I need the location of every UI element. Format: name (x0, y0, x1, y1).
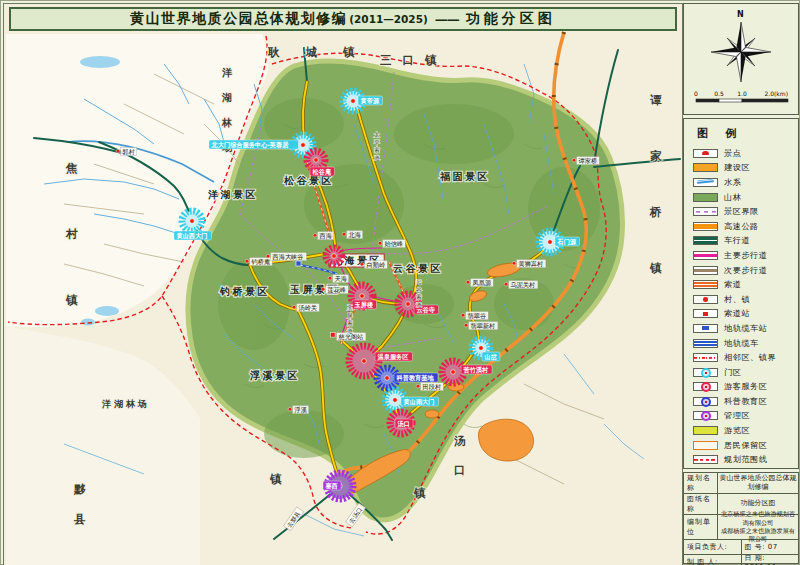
village-dot-icon[interactable] (245, 259, 249, 263)
village-dot-icon[interactable] (328, 276, 332, 280)
village-dot-icon[interactable] (416, 384, 420, 388)
legend-item-label: 景点 (724, 148, 741, 159)
legend-item: 游览区 (693, 423, 798, 438)
legend-title: 图 例 (697, 126, 798, 141)
marker-label: 黄帝源 (361, 97, 380, 105)
district-label: 洋湖林场 (101, 399, 150, 409)
marker-center-dot (385, 376, 390, 381)
legend-item: 管理区 (693, 409, 798, 424)
village-dot-icon[interactable] (378, 241, 382, 245)
title-years: (2011—2025) (349, 13, 428, 25)
spot-label: 郭村 (122, 148, 135, 156)
legend-item-label: 居民保留区 (724, 440, 767, 451)
info-table: 规划名称黄山世界地质公园总体规划修编图纸名称功能分区图编制单位北京杨振之来也旅游… (683, 472, 799, 564)
region-label: 云谷景区 (393, 263, 443, 274)
legend-item: 建设区 (693, 161, 798, 176)
legend-item-label: 景区界限 (724, 206, 759, 217)
spot-label: 谭家桥 (579, 157, 598, 164)
region-label: 松谷景区 (283, 175, 334, 186)
village-dot-icon[interactable] (116, 149, 120, 153)
legend-item-label: 建设区 (724, 162, 750, 173)
village-dot-icon[interactable] (313, 233, 317, 237)
marker-center-dot (301, 143, 306, 148)
village-dot-icon[interactable] (360, 262, 364, 266)
region-label: 浮溪景区 (249, 370, 300, 381)
spot-label: 翡翠谷 (468, 312, 487, 320)
district-label: 三口镇 (380, 53, 448, 67)
legend-item: 规划范围线 (693, 452, 798, 467)
circle-cyan-swatch (693, 368, 718, 377)
cableway-station-icon[interactable] (331, 333, 336, 338)
marker-label: 石门源 (557, 238, 577, 246)
marker-label: 科普教育基地 (396, 374, 435, 382)
circle-purple-swatch (693, 411, 718, 420)
village-dot-icon[interactable] (342, 232, 346, 236)
village-dot-icon[interactable] (466, 280, 470, 284)
village-dot-icon[interactable] (512, 261, 516, 265)
line-magenta-swatch (693, 251, 718, 260)
page: 黄山世界地质公园总体规划修编 (2011—2025) —— 功能分区图 (0, 0, 800, 565)
marker-label: 寨西 (325, 482, 338, 490)
svg-text:2.0(km): 2.0(km) (764, 90, 788, 97)
legend-item-label: 车行道 (724, 235, 750, 246)
legend-item: 游客服务区 (693, 380, 798, 395)
legend-item: 索道 (693, 277, 798, 292)
info-key: 规划名称 (684, 473, 718, 493)
outline-orange-swatch (693, 441, 718, 450)
marker-label: 黄山南大门 (404, 398, 435, 406)
spot-swatch (693, 149, 718, 158)
village-dot-icon[interactable] (504, 282, 508, 286)
legend-item: 门区 (693, 365, 798, 380)
legend-item-label: 山林 (724, 192, 741, 203)
info-row: 规划名称黄山世界地质公园总体规划修编 (684, 473, 798, 494)
legend-item: 景区界限 (693, 204, 798, 219)
region-label: 洋湖景区 (207, 189, 258, 200)
district-label: 镇 (413, 486, 426, 500)
legend: 图 例 景点建设区水系山林景区界限高速公路车行道主要步行道次要步行道索道村、镇索… (683, 118, 799, 469)
village-dot-icon[interactable] (461, 313, 465, 317)
compass-rose: 00.51.02.0(km) (684, 4, 798, 114)
map-canvas[interactable]: 松谷景区福固景区洋湖景区钓桥景区玉屏景区北海景区云谷景区浮溪景区耿城镇三口镇洋湖… (4, 4, 682, 565)
spot-label: 始信峰 (385, 240, 404, 248)
spot-label: 凤凰源 (473, 279, 492, 286)
village-dot-icon[interactable] (464, 323, 468, 327)
title-subtitle: 功能分区图 (466, 10, 556, 28)
legend-item: 相邻区、镇界 (693, 350, 798, 365)
marker-label: 黄山西大门 (177, 232, 208, 240)
info-value: 日 期: 2011.11 (741, 555, 799, 565)
compass-cardinals (711, 22, 771, 82)
legend-item-label: 相邻区、镇界 (724, 352, 776, 363)
scale-bar: 00.51.02.0(km) (694, 90, 788, 102)
legend-item: 山林 (693, 190, 798, 205)
marker-label: 玉屏楼 (354, 301, 374, 309)
circle-blue-swatch (693, 397, 718, 406)
region-label: 福固景区 (439, 171, 490, 182)
cablecar-station-swatch (693, 324, 718, 333)
village-dot-icon[interactable] (292, 305, 296, 309)
village-dot-icon[interactable] (288, 407, 292, 411)
legend-item-label: 主要步行道 (724, 250, 767, 261)
marker-center-dot (351, 99, 356, 104)
info-value: 图 号: 07 (741, 540, 799, 554)
spot-label: 西海 (319, 232, 332, 240)
sidebar: N 00.51.02.0(km) (683, 3, 799, 564)
legend-item-label: 规划范围线 (724, 454, 767, 465)
legend-item: 居民保留区 (693, 438, 798, 453)
village-dot-icon[interactable] (572, 158, 576, 162)
dot-red-swatch (693, 295, 718, 304)
marker-center-dot (406, 302, 411, 307)
marker-center-dot (548, 240, 553, 245)
village-dot-icon[interactable] (321, 287, 325, 291)
info-value: 北京杨振之来也旅游规划咨询有限公司成都杨振之来也旅游发展有限公司 (718, 515, 798, 539)
legend-item-label: 索道站 (724, 308, 750, 319)
legend-item-label: 次要步行道 (724, 265, 767, 276)
legend-item-label: 科普教育区 (724, 396, 767, 407)
info-key: 编制单位 (684, 515, 718, 539)
village-dot-icon[interactable] (266, 254, 270, 258)
title-bar: 黄山世界地质公园总体规划修编 (2011—2025) —— 功能分区图 (9, 7, 677, 31)
spot-label: 钓桥庵 (251, 258, 271, 266)
marker-center-dot (314, 158, 319, 163)
info-key: 图纸名称 (684, 494, 718, 514)
spot-label: 翡翠新村 (471, 322, 496, 330)
marker-label: 松谷庵 (312, 168, 332, 176)
